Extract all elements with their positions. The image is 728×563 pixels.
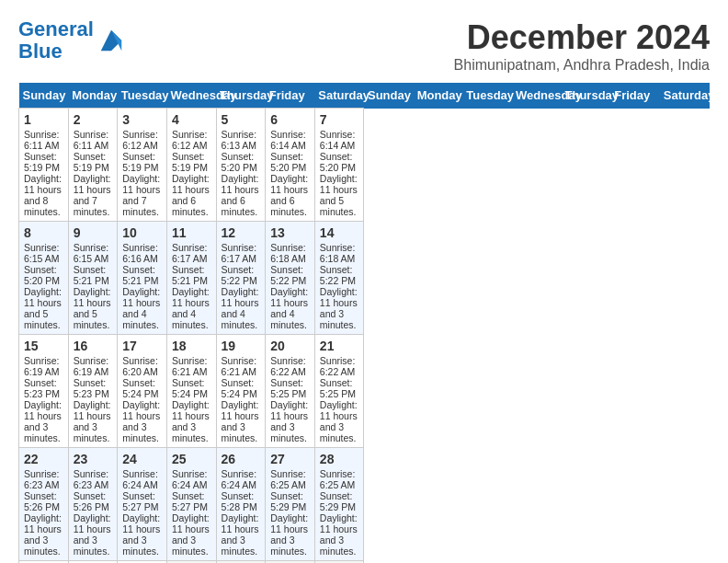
daylight-text: Daylight: 11 hours and 3 minutes. bbox=[74, 399, 113, 443]
sunset-text: Sunset: 5:19 PM bbox=[172, 151, 211, 173]
sunset-text: Sunset: 5:26 PM bbox=[24, 490, 63, 512]
calendar-cell: 1Sunrise: 6:11 AMSunset: 5:19 PMDaylight… bbox=[19, 109, 69, 222]
sunset-text: Sunset: 5:20 PM bbox=[222, 151, 261, 173]
calendar-cell: 9Sunrise: 6:15 AMSunset: 5:21 PMDaylight… bbox=[68, 222, 118, 335]
day-header-thursday: Thursday bbox=[216, 83, 266, 109]
sunrise-text: Sunrise: 6:15 AM bbox=[74, 242, 113, 264]
sunrise-text: Sunrise: 6:19 AM bbox=[24, 355, 63, 377]
daylight-text: Daylight: 11 hours and 4 minutes. bbox=[270, 286, 310, 330]
day-header-monday: Monday bbox=[68, 83, 118, 109]
calendar-cell: 25Sunrise: 6:24 AMSunset: 5:27 PMDayligh… bbox=[166, 448, 216, 561]
sunset-text: Sunset: 5:24 PM bbox=[222, 377, 261, 399]
calendar-cell: 6Sunrise: 6:14 AMSunset: 5:20 PMDaylight… bbox=[266, 109, 315, 222]
calendar-cell: 19Sunrise: 6:21 AMSunset: 5:24 PMDayligh… bbox=[216, 335, 266, 448]
day-number: 9 bbox=[74, 225, 113, 240]
day-number: 12 bbox=[222, 225, 261, 240]
sunset-text: Sunset: 5:28 PM bbox=[222, 490, 261, 512]
location-title: Bhimunipatnam, Andhra Pradesh, India bbox=[454, 57, 710, 74]
day-number: 7 bbox=[320, 112, 359, 127]
calendar-cell: 8Sunrise: 6:15 AMSunset: 5:20 PMDaylight… bbox=[19, 222, 69, 335]
daylight-text: Daylight: 11 hours and 3 minutes. bbox=[122, 512, 162, 557]
day-number: 4 bbox=[172, 112, 211, 127]
day-number: 27 bbox=[270, 452, 310, 466]
day-number: 20 bbox=[270, 339, 310, 353]
daylight-text: Daylight: 11 hours and 4 minutes. bbox=[122, 286, 162, 330]
day-number: 2 bbox=[74, 112, 113, 127]
calendar-cell: 26Sunrise: 6:24 AMSunset: 5:28 PMDayligh… bbox=[216, 448, 266, 561]
sunrise-text: Sunrise: 6:12 AM bbox=[172, 129, 211, 151]
day-header-friday: Friday bbox=[610, 83, 660, 109]
logo-icon bbox=[97, 27, 125, 54]
daylight-text: Daylight: 11 hours and 4 minutes. bbox=[172, 286, 211, 330]
calendar-cell: 24Sunrise: 6:24 AMSunset: 5:27 PMDayligh… bbox=[118, 448, 167, 561]
day-header-monday: Monday bbox=[414, 83, 463, 109]
sunrise-text: Sunrise: 6:13 AM bbox=[222, 129, 261, 151]
daylight-text: Daylight: 11 hours and 7 minutes. bbox=[74, 173, 113, 217]
day-header-sunday: Sunday bbox=[364, 83, 414, 109]
daylight-text: Daylight: 11 hours and 5 minutes. bbox=[74, 286, 113, 330]
sunrise-text: Sunrise: 6:24 AM bbox=[122, 468, 162, 490]
calendar-cell: 11Sunrise: 6:17 AMSunset: 5:21 PMDayligh… bbox=[166, 222, 216, 335]
daylight-text: Daylight: 11 hours and 5 minutes. bbox=[320, 173, 359, 217]
sunset-text: Sunset: 5:22 PM bbox=[222, 264, 261, 286]
sunset-text: Sunset: 5:29 PM bbox=[270, 490, 310, 512]
day-header-saturday: Saturday bbox=[314, 83, 364, 109]
calendar-cell: 27Sunrise: 6:25 AMSunset: 5:29 PMDayligh… bbox=[266, 448, 315, 561]
sunset-text: Sunset: 5:24 PM bbox=[172, 377, 211, 399]
sunrise-text: Sunrise: 6:22 AM bbox=[270, 355, 310, 377]
day-number: 26 bbox=[222, 452, 261, 466]
day-number: 22 bbox=[24, 452, 63, 466]
sunset-text: Sunset: 5:29 PM bbox=[320, 490, 359, 512]
day-number: 24 bbox=[122, 452, 162, 466]
sunrise-text: Sunrise: 6:11 AM bbox=[24, 129, 63, 151]
day-number: 8 bbox=[24, 225, 63, 240]
sunset-text: Sunset: 5:20 PM bbox=[320, 151, 359, 173]
sunset-text: Sunset: 5:19 PM bbox=[122, 151, 162, 173]
daylight-text: Daylight: 11 hours and 3 minutes. bbox=[222, 399, 261, 443]
calendar-cell: 7Sunrise: 6:14 AMSunset: 5:20 PMDaylight… bbox=[314, 109, 364, 222]
calendar-week-row: 1Sunrise: 6:11 AMSunset: 5:19 PMDaylight… bbox=[19, 109, 710, 222]
calendar-week-row: 22Sunrise: 6:23 AMSunset: 5:26 PMDayligh… bbox=[19, 448, 710, 561]
daylight-text: Daylight: 11 hours and 3 minutes. bbox=[270, 399, 310, 443]
day-number: 17 bbox=[122, 339, 162, 353]
sunrise-text: Sunrise: 6:12 AM bbox=[122, 129, 162, 151]
sunrise-text: Sunrise: 6:17 AM bbox=[222, 242, 261, 264]
calendar-cell: 5Sunrise: 6:13 AMSunset: 5:20 PMDaylight… bbox=[216, 109, 266, 222]
calendar-cell: 17Sunrise: 6:20 AMSunset: 5:24 PMDayligh… bbox=[118, 335, 167, 448]
daylight-text: Daylight: 11 hours and 3 minutes. bbox=[24, 512, 63, 557]
daylight-text: Daylight: 11 hours and 3 minutes. bbox=[320, 399, 359, 443]
sunrise-text: Sunrise: 6:14 AM bbox=[270, 129, 310, 151]
sunset-text: Sunset: 5:23 PM bbox=[74, 377, 113, 399]
calendar-cell: 28Sunrise: 6:25 AMSunset: 5:29 PMDayligh… bbox=[314, 448, 364, 561]
sunset-text: Sunset: 5:20 PM bbox=[270, 151, 310, 173]
sunset-text: Sunset: 5:22 PM bbox=[270, 264, 310, 286]
sunset-text: Sunset: 5:21 PM bbox=[122, 264, 162, 286]
day-number: 21 bbox=[320, 339, 359, 353]
sunrise-text: Sunrise: 6:23 AM bbox=[74, 468, 113, 490]
day-number: 5 bbox=[222, 112, 261, 127]
calendar-cell: 4Sunrise: 6:12 AMSunset: 5:19 PMDaylight… bbox=[166, 109, 216, 222]
calendar-cell: 3Sunrise: 6:12 AMSunset: 5:19 PMDaylight… bbox=[118, 109, 167, 222]
daylight-text: Daylight: 11 hours and 8 minutes. bbox=[24, 173, 63, 217]
sunset-text: Sunset: 5:27 PM bbox=[122, 490, 162, 512]
day-header-wednesday: Wednesday bbox=[512, 83, 562, 109]
calendar-cell: 22Sunrise: 6:23 AMSunset: 5:26 PMDayligh… bbox=[19, 448, 69, 561]
day-number: 11 bbox=[172, 225, 211, 240]
day-header-tuesday: Tuesday bbox=[118, 83, 167, 109]
sunrise-text: Sunrise: 6:17 AM bbox=[172, 242, 211, 264]
daylight-text: Daylight: 11 hours and 6 minutes. bbox=[270, 173, 310, 217]
day-header-wednesday: Wednesday bbox=[166, 83, 216, 109]
day-header-tuesday: Tuesday bbox=[462, 83, 512, 109]
sunset-text: Sunset: 5:21 PM bbox=[172, 264, 211, 286]
daylight-text: Daylight: 11 hours and 3 minutes. bbox=[320, 512, 359, 557]
month-title: December 2024 bbox=[454, 18, 710, 57]
calendar-cell: 23Sunrise: 6:23 AMSunset: 5:26 PMDayligh… bbox=[68, 448, 118, 561]
day-number: 10 bbox=[122, 225, 162, 240]
calendar-table: SundayMondayTuesdayWednesdayThursdayFrid… bbox=[18, 83, 710, 563]
sunrise-text: Sunrise: 6:11 AM bbox=[74, 129, 113, 151]
day-number: 1 bbox=[24, 112, 63, 127]
day-number: 15 bbox=[24, 339, 63, 353]
calendar-cell: 16Sunrise: 6:19 AMSunset: 5:23 PMDayligh… bbox=[68, 335, 118, 448]
day-header-friday: Friday bbox=[266, 83, 315, 109]
daylight-text: Daylight: 11 hours and 3 minutes. bbox=[172, 399, 211, 443]
